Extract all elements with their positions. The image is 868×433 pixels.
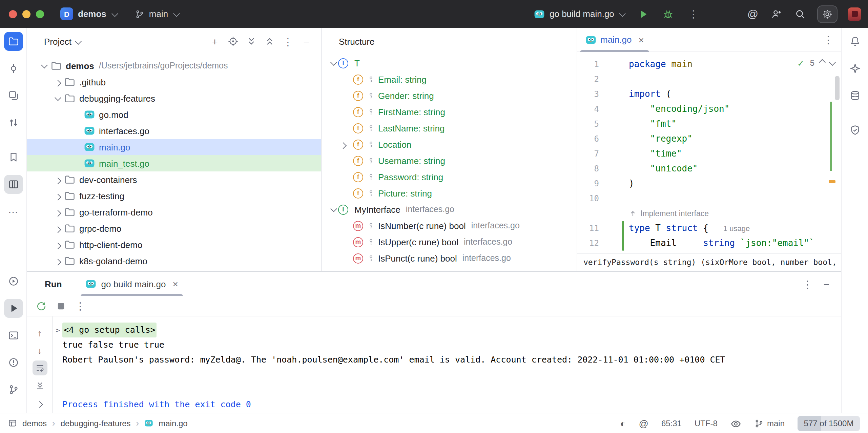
structure-tool-button[interactable] [4,175,23,194]
more-actions-icon[interactable]: ⋮ [687,6,700,22]
version-control-tool-button[interactable] [4,380,23,399]
editor-scrollbar[interactable] [835,76,840,100]
terminal-tool-button[interactable] [4,326,23,345]
file-encoding[interactable]: UTF-8 [695,418,718,428]
run-tool-button[interactable] [4,299,23,318]
breadcrumb-file[interactable]: main.go [159,418,187,428]
structure-item-location[interactable]: f Location [322,136,577,152]
ai-assistant-tool-button[interactable] [845,59,864,78]
structure-item-picture[interactable]: f Picture: string [322,185,577,201]
chevron-collapsed-icon[interactable] [338,140,348,149]
collapse-all-icon[interactable] [264,36,275,47]
chevron-collapsed-icon[interactable] [53,77,62,87]
tree-item-interfaces-go[interactable]: interfaces.go [27,123,321,139]
tree-item-dev-containers[interactable]: dev-containers [27,171,321,188]
rerun-button[interactable] [36,301,47,311]
structure-item-firstname[interactable]: f FirstName: string [322,104,577,120]
locate-file-icon[interactable] [228,36,239,47]
chevron-expanded-icon[interactable] [329,205,338,214]
notifications-tool-button[interactable] [845,32,864,51]
add-icon[interactable]: + [209,36,220,47]
recording-indicator-icon[interactable] [848,7,861,21]
prev-problem-icon[interactable] [820,58,825,68]
chevron-collapsed-icon[interactable] [53,240,62,249]
structure-item-password[interactable]: f Password: string [322,169,577,185]
fullscreen-window-button[interactable] [36,10,44,18]
structure-item-lastname[interactable]: f LastName: string [322,120,577,136]
implement-interface-hint[interactable]: Implement interface [629,206,829,221]
chevron-collapsed-icon[interactable] [53,256,62,266]
more-tool-windows-icon[interactable]: ⋯ [4,202,23,221]
project-widget[interactable]: D demos [60,7,117,20]
tree-item-main-test-go[interactable]: main_test.go [27,155,321,171]
chevron-down-icon[interactable] [76,36,81,46]
theme-toggle-icon[interactable]: ◐ [620,418,626,428]
panel-options-icon[interactable]: ⋮ [283,36,293,47]
next-problem-icon[interactable] [830,58,835,68]
structure-item-email[interactable]: f Email: string [322,71,577,87]
pull-requests-tool-button[interactable] [4,113,23,132]
settings-gear-icon[interactable] [817,5,838,23]
tree-item-github[interactable]: .github [27,74,321,90]
close-tab-icon[interactable]: × [639,35,644,44]
breadcrumb-folder[interactable]: debugging-features [61,418,131,428]
stop-button[interactable] [56,301,66,311]
tree-item-demos[interactable]: demos /Users/jetbrains/goProjects/demos [27,58,321,74]
folded-setup-calls[interactable]: <4 go setup calls> [62,323,157,337]
scroll-up-icon[interactable]: ↑ [32,325,47,340]
editor-code-area[interactable]: 12 34 56 78 910 11 12 package main impor… [577,53,842,253]
soft-wrap-icon[interactable] [32,360,47,375]
chevron-collapsed-icon[interactable] [53,191,62,201]
tree-item-go-mod[interactable]: go.mod [27,106,321,123]
fold-toggle-icon[interactable]: > [56,326,62,334]
structure-item-myinterface[interactable]: I MyInterface interfaces.go [322,201,577,218]
caret-position[interactable]: 65:31 [661,418,682,428]
tree-item-grpc-demo[interactable]: grpc-demo [27,220,321,236]
structure-item-isnumber[interactable]: m IsNumber(c rune) bool interfaces.go [322,218,577,234]
git-branch-widget[interactable]: main [754,418,785,428]
run-tab-go-build[interactable]: go build main.go × [80,272,184,296]
chevron-collapsed-icon[interactable] [53,175,62,184]
expand-all-icon[interactable] [246,36,257,47]
recent-files-tool-button[interactable] [4,86,23,105]
structure-item-T[interactable]: T T [322,55,577,71]
run-panel-options-icon[interactable]: ⋮ [802,279,812,289]
console-expand-icon[interactable] [32,396,47,411]
debug-button[interactable] [662,6,675,22]
code-with-me-icon[interactable] [770,6,783,22]
vcs-branch-widget[interactable]: main [135,9,179,19]
close-window-button[interactable] [9,10,17,18]
run-button[interactable] [637,6,650,22]
usages-inlay-hint[interactable]: 1 usage [723,224,750,232]
ai-assistant-icon[interactable]: @ [746,6,760,22]
run-more-options-icon[interactable]: ⋮ [75,301,85,311]
bookmarks-tool-button[interactable] [4,148,23,167]
chevron-expanded-icon[interactable] [329,58,338,68]
services-tool-button[interactable] [4,272,23,291]
chevron-collapsed-icon[interactable] [53,207,62,217]
tree-item-main-go[interactable]: main.go [27,139,321,155]
tree-item-debugging-features[interactable]: debugging-features [27,90,321,106]
hide-panel-icon[interactable]: − [301,36,312,47]
commit-tool-button[interactable] [4,59,23,78]
chevron-expanded-icon[interactable] [53,94,62,103]
tree-item-http-client-demo[interactable]: http-client-demo [27,236,321,253]
problems-tool-button[interactable] [4,353,23,372]
editor-options-icon[interactable]: ⋮ [823,35,833,45]
structure-item-isupper[interactable]: m IsUpper(c rune) bool interfaces.go [322,234,577,250]
inspections-widget[interactable]: ✓ 5 [797,58,835,68]
database-tool-button[interactable] [845,86,864,105]
tree-item-fuzz-testing[interactable]: fuzz-testing [27,188,321,204]
scroll-to-end-icon[interactable] [32,378,47,393]
run-configuration-selector[interactable]: go build main.go [534,8,625,19]
memory-indicator[interactable]: 577 of 1500M [798,416,860,431]
close-run-tab-icon[interactable]: × [172,279,178,289]
structure-item-gender[interactable]: f Gender: string [322,87,577,104]
tree-item-go-terraform-demo[interactable]: go-terraform-demo [27,204,321,220]
search-everywhere-icon[interactable] [793,6,807,22]
chevron-collapsed-icon[interactable] [53,224,62,233]
line-numbers-gutter[interactable]: 12 34 56 78 910 11 12 [577,57,599,251]
scroll-down-icon[interactable]: ↓ [32,343,47,358]
reader-mode-icon[interactable] [730,418,741,429]
project-tool-button[interactable] [4,32,23,51]
